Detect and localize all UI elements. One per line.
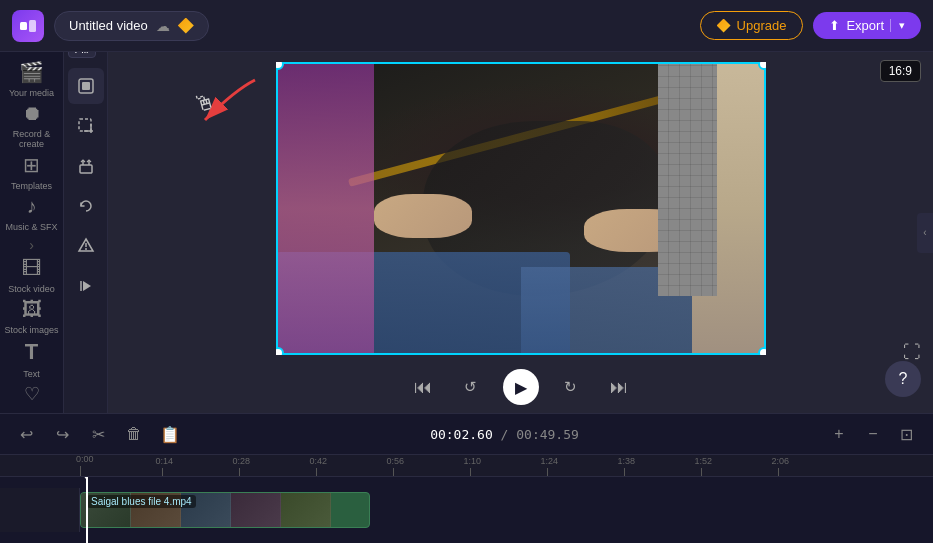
expand-panel-button[interactable]: ‹ [917,213,933,253]
sidebar-item-your-media[interactable]: 🎬 Your media [4,60,60,98]
fill-button[interactable] [68,68,104,104]
svg-point-10 [85,248,87,250]
clip-filename: Saigal blues file 4.mp4 [87,495,196,508]
sidebar-item-more[interactable]: ♡ [4,383,60,405]
export-chevron-icon: ▾ [890,19,905,32]
export-label: Export [846,18,884,33]
cloud-icon: ☁ [156,18,170,34]
timeline: 0:00 0:14 0:28 0:42 0:56 [0,455,933,543]
svg-rect-1 [29,20,36,32]
play-button[interactable]: ▶ [503,369,539,405]
playback-bar: ⏮ ↺ ▶ ↻ ⏭ [221,361,821,413]
total-time: 00:49.59 [516,427,579,442]
time-separator: / [501,427,517,442]
speed-button[interactable] [68,268,104,304]
rewind-button[interactable]: ↺ [455,371,487,403]
sidebar-item-stock-images[interactable]: 🖼 Stock images [4,298,60,335]
fill-tooltip: Fill [68,52,96,58]
crop-button[interactable] [68,108,104,144]
expand-icon: ‹ [923,227,926,238]
sidebar-label-your-media: Your media [9,88,54,98]
sidebar-item-templates[interactable]: ⊞ Templates [4,153,60,191]
record-create-icon: ⏺ [22,102,42,125]
app-logo[interactable] [12,10,44,42]
sidebar-label-stock-video: Stock video [8,284,55,294]
svg-rect-0 [20,22,27,30]
sidebar-label-record-create: Record &create [13,129,51,149]
cut-button[interactable]: ✂ [84,420,112,448]
add-media-button[interactable]: 📋 [156,420,184,448]
delete-button[interactable]: 🗑 [120,420,148,448]
tool-panel: Fill [64,52,108,413]
undo-button[interactable]: ↩ [12,420,40,448]
clip-thumbnail-4 [231,493,281,527]
playhead-line[interactable] [86,477,88,543]
sidebar-label-text: Text [23,369,40,379]
templates-icon: ⊞ [23,153,40,177]
premium-badge [178,18,194,34]
export-button[interactable]: ⬆ Export ▾ [813,12,921,39]
upgrade-button[interactable]: Upgrade [700,11,804,40]
video-clip[interactable]: Saigal blues file 4.mp4 [80,492,370,528]
fullscreen-button[interactable]: ⛶ [903,342,921,363]
export-up-icon: ⬆ [829,18,840,33]
more-icon: ♡ [24,383,40,405]
sidebar-item-stock-video[interactable]: 🎞 Stock video [4,257,60,294]
skip-back-button[interactable]: ⏮ [407,371,439,403]
track-label [0,488,80,532]
upgrade-label: Upgrade [737,18,787,33]
zoom-in-button[interactable]: + [825,420,853,448]
video-track: Saigal blues file 4.mp4 [0,488,933,532]
sidebar-label-music-sfx: Music & SFX [5,222,57,232]
timeline-toolbar: ↩ ↪ ✂ 🗑 📋 00:02.60 / 00:49.59 + − ⊡ [0,414,933,455]
svg-rect-4 [79,119,91,131]
topbar: Untitled video ☁ Upgrade ⬆ Export ▾ [0,0,933,52]
zoom-out-button[interactable]: − [859,420,887,448]
redo-button[interactable]: ↪ [48,420,76,448]
your-media-icon: 🎬 [19,60,44,84]
sidebar-collapse-toggle[interactable]: › [4,236,60,253]
sidebar-item-record-create[interactable]: ⏺ Record &create [4,102,60,149]
forward-button[interactable]: ↻ [555,371,587,403]
fit-button[interactable]: ⊡ [893,420,921,448]
timeline-ruler: 0:00 0:14 0:28 0:42 0:56 [0,455,933,477]
help-button[interactable]: ? [885,361,921,397]
timeline-tracks: Saigal blues file 4.mp4 [0,477,933,543]
title-pill[interactable]: Untitled video ☁ [54,11,209,41]
sidebar-item-text[interactable]: T Text [4,339,60,379]
stabilize-button[interactable] [68,228,104,264]
canvas-area: 16:9 [108,52,933,413]
sidebar-label-stock-images: Stock images [4,325,58,335]
current-time: 00:02.60 [430,427,493,442]
video-preview [276,62,766,355]
stock-images-icon: 🖼 [22,298,42,321]
track-content[interactable]: Saigal blues file 4.mp4 [80,488,933,532]
transform-button[interactable] [68,148,104,184]
text-icon: T [25,339,38,365]
main-area: 🎬 Your media ⏺ Record &create ⊞ Template… [0,52,933,413]
music-sfx-icon: ♪ [27,195,37,218]
clip-thumbnail-5 [281,493,331,527]
sidebar: 🎬 Your media ⏺ Record &create ⊞ Template… [0,52,64,413]
video-canvas[interactable] [276,62,766,355]
svg-rect-7 [80,165,92,173]
svg-rect-3 [82,82,90,90]
sidebar-item-music-sfx[interactable]: ♪ Music & SFX [4,195,60,232]
timeline-time-display: 00:02.60 / 00:49.59 [430,427,579,442]
reverse-button[interactable] [68,188,104,224]
svg-marker-11 [83,281,91,291]
project-title: Untitled video [69,18,148,33]
timeline-area: ↩ ↪ ✂ 🗑 📋 00:02.60 / 00:49.59 + − ⊡ 0:00 [0,413,933,543]
skip-forward-button[interactable]: ⏭ [603,371,635,403]
aspect-ratio-badge: 16:9 [880,60,921,82]
upgrade-diamond-icon [717,19,731,33]
stock-video-icon: 🎞 [22,257,42,280]
sidebar-label-templates: Templates [11,181,52,191]
timeline-zoom-controls: + − ⊡ [825,420,921,448]
